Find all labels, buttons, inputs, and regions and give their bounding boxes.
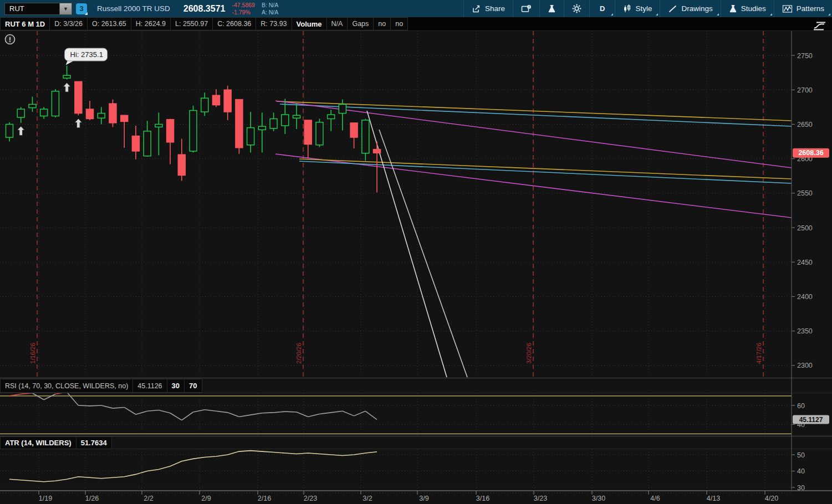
- rsi-study-label[interactable]: RSI (14, 70, 30, CLOSE, WILDERS, no): [0, 379, 133, 393]
- price-tick-label: 2650: [797, 121, 813, 128]
- chart-mode-button[interactable]: [812, 17, 826, 30]
- gaps-label-cell: Gaps: [348, 17, 374, 30]
- date-tick-label: 3/9: [419, 495, 428, 502]
- date-tick-label: 3/16: [476, 495, 489, 502]
- candle-1/29: [121, 115, 128, 121]
- flask-icon: [729, 4, 737, 13]
- expiration-date-label: 1/16/26: [29, 343, 36, 364]
- price-tick-label: 2350: [797, 327, 813, 335]
- candle-3/3: [374, 150, 381, 153]
- symbol-dropdown-button[interactable]: ▼: [59, 3, 72, 14]
- svg-text:Hi: 2735.1: Hi: 2735.1: [70, 50, 103, 59]
- timeframe-button[interactable]: D: [589, 0, 615, 17]
- last-price: 2608.3571: [183, 4, 226, 14]
- analyze-button[interactable]: [539, 0, 564, 17]
- last-price-badge: 2608.36: [793, 148, 829, 158]
- change-percent: -1.79%: [232, 9, 254, 16]
- chart-title[interactable]: RUT 6 M 1D: [0, 17, 50, 30]
- price-tick-label: 2750: [797, 52, 813, 60]
- candle-1/21: [52, 91, 59, 116]
- svg-text:50: 50: [797, 451, 805, 459]
- candle-2/18: [270, 119, 277, 128]
- date-tick-label: 4/13: [707, 495, 720, 502]
- date-tick-label: 2/16: [258, 495, 271, 502]
- candle-2/12: [236, 100, 243, 148]
- candle-1/30: [132, 136, 139, 151]
- symbol-value: RUT: [5, 4, 59, 13]
- drawings-button[interactable]: Drawings: [660, 0, 720, 17]
- top-toolbar: RUT ▼ 3 Russell 2000 TR USD 2608.3571 -4…: [0, 0, 832, 17]
- candle-2/6: [190, 111, 197, 151]
- ohlc-high-cell: H: 2624.9: [131, 17, 171, 30]
- candle-2/23: [304, 120, 312, 145]
- candle-2/9: [201, 98, 208, 112]
- chart-alert-icon[interactable]: !: [6, 35, 15, 44]
- candle-1/27: [98, 113, 105, 118]
- patterns-icon: [782, 4, 793, 13]
- bid-value: B: N/A: [262, 2, 278, 8]
- change-block: -47.5869 -1.79%: [232, 2, 254, 15]
- candle-1/15: [17, 109, 24, 117]
- candle-2/13: [247, 128, 254, 145]
- date-tick-label: 4/20: [765, 495, 778, 502]
- trendline-drawing-icon: [668, 4, 677, 13]
- candle-1/23: [75, 81, 82, 113]
- share-label: Share: [485, 4, 505, 13]
- link-level-value: 3: [79, 4, 83, 13]
- date-tick-label: 2/23: [304, 495, 317, 502]
- candle-2/25: [328, 115, 335, 119]
- date-tick-label: 2/2: [144, 495, 153, 502]
- svg-text:60: 60: [797, 402, 805, 410]
- date-tick-label: 1/26: [85, 495, 99, 502]
- studies-button[interactable]: Studies: [721, 0, 774, 17]
- ohlc-close-cell: C: 2608.36: [213, 17, 256, 30]
- chart-canvas[interactable]: 2750270026502600255025002450240023502300…: [0, 0, 832, 504]
- chevron-down-icon: [656, 13, 658, 16]
- svg-text:45.1127: 45.1127: [799, 416, 823, 424]
- gap-down-cell: no: [391, 17, 408, 30]
- alerts-button[interactable]: !: [513, 0, 539, 17]
- date-tick-label: 3/23: [534, 495, 547, 502]
- candle-2/20: [293, 115, 300, 118]
- candle-1/26: [86, 109, 94, 119]
- rsi-value-cell: 45.1126: [133, 379, 167, 393]
- candlestick-style-icon: [623, 4, 631, 13]
- settings-button[interactable]: [564, 0, 589, 17]
- price-tick-label: 2700: [797, 86, 813, 94]
- expiration-date-label: 3/20/26: [525, 343, 532, 364]
- date-tick-label: 2/9: [201, 495, 211, 502]
- svg-text:!: !: [528, 5, 529, 9]
- style-button[interactable]: Style: [615, 0, 660, 17]
- ask-value: A: N/A: [262, 9, 278, 16]
- rsi-overbought-cell: 70: [185, 379, 202, 393]
- volume-label-cell: Volume: [292, 17, 327, 30]
- candle-2/24: [316, 122, 323, 145]
- expiration-date-label: 2/20/26: [295, 343, 302, 364]
- toolbar-actions: Share !: [463, 0, 832, 17]
- rsi-oversold-cell: 30: [167, 379, 185, 393]
- bid-ask-block: B: N/A A: N/A: [262, 2, 278, 15]
- candle-2/3: [155, 124, 162, 127]
- symbol-input[interactable]: RUT ▼: [4, 3, 72, 15]
- gear-icon: [572, 4, 581, 13]
- ohlc-low-cell: L: 2550.97: [171, 17, 213, 30]
- link-level-badge[interactable]: 3: [76, 3, 87, 14]
- price-tick-label: 2450: [797, 259, 813, 266]
- patterns-button[interactable]: Patterns: [774, 0, 832, 17]
- trading-platform-window: { "toolbar": { "symbol": "RUT", "level_b…: [0, 0, 832, 504]
- candle-2/11: [224, 90, 231, 112]
- date-tick-label: 3/30: [592, 495, 605, 502]
- ohlc-range-cell: R: 73.93: [256, 17, 292, 30]
- patterns-label: Patterns: [797, 4, 824, 13]
- atr-study-label[interactable]: ATR (14, WILDERS): [0, 436, 76, 449]
- share-button[interactable]: Share: [463, 0, 513, 17]
- chevron-down-icon: [717, 13, 719, 16]
- volume-value-cell: N/A: [327, 17, 348, 30]
- ohlc-date-cell: D: 3/3/26: [50, 17, 88, 30]
- svg-text:2608.36: 2608.36: [798, 149, 823, 157]
- candle-1/14: [6, 124, 13, 137]
- svg-text:!: !: [9, 35, 11, 44]
- date-tick-label: 4/6: [650, 495, 660, 502]
- chevron-down-icon: [770, 13, 772, 16]
- price-tick-label: 2300: [797, 362, 813, 369]
